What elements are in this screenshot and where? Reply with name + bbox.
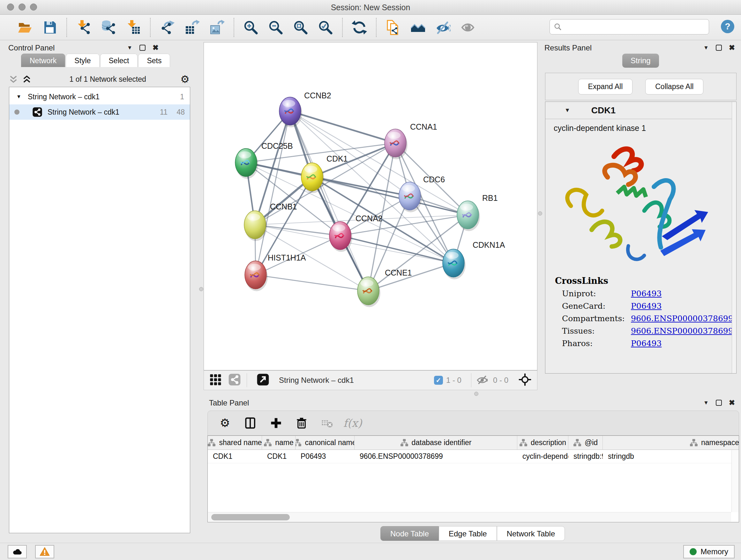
string-import-button[interactable] bbox=[385, 19, 401, 36]
selected-checkbox[interactable]: ✓ bbox=[434, 376, 443, 385]
network-options-gear-icon[interactable]: ⚙ bbox=[180, 73, 190, 85]
network-canvas[interactable]: CCNB2CCNA1CDC25BCDK1CDC6RB1CCNB1CCNA2CDK… bbox=[204, 42, 537, 370]
column-header-namespace[interactable]: namespace bbox=[603, 436, 739, 449]
crosslink-label: Compartments: bbox=[562, 314, 631, 323]
node-label-HIST1H1A: HIST1H1A bbox=[268, 253, 306, 262]
table-panel-float-icon[interactable] bbox=[716, 400, 722, 406]
column-header-shared-name[interactable]: shared name bbox=[208, 436, 262, 449]
crosslink-link[interactable]: 9606.ENSP00000378699 bbox=[631, 326, 733, 335]
memory-button[interactable]: Memory bbox=[683, 545, 735, 558]
birdseye-crosshair-icon[interactable] bbox=[519, 373, 533, 387]
collection-expand-icon[interactable]: ▼ bbox=[16, 94, 23, 100]
tab-edge-table[interactable]: Edge Table bbox=[439, 526, 497, 541]
cloud-icon bbox=[12, 547, 22, 557]
results-panel-float-icon[interactable] bbox=[716, 45, 722, 51]
table-panel-close-icon[interactable]: ✖ bbox=[729, 398, 735, 407]
network-overview-icon[interactable] bbox=[228, 373, 242, 387]
protein-name: CDK1 bbox=[591, 105, 616, 116]
table-header-row: shared namenamecanonical namedatabase id… bbox=[208, 436, 739, 450]
column-header-database-identifier[interactable]: database identifier bbox=[354, 436, 517, 449]
results-panel-menu-icon[interactable]: ▼ bbox=[703, 45, 709, 51]
tab-select[interactable]: Select bbox=[100, 54, 138, 67]
scrollbar-thumb[interactable] bbox=[211, 514, 290, 520]
refresh-button[interactable] bbox=[351, 19, 367, 36]
export-table-file-button[interactable] bbox=[184, 19, 200, 36]
table-row[interactable]: CDK1CDK1P064939606.ENSP00000378699cyclin… bbox=[208, 450, 739, 463]
table-panel-menu-icon[interactable]: ▼ bbox=[703, 400, 709, 406]
table-remove-button[interactable] bbox=[320, 416, 334, 430]
table-add-button[interactable] bbox=[269, 416, 283, 430]
protein-card-header[interactable]: ▼ CDK1 bbox=[545, 102, 736, 119]
edge-HIST1H1A-CCNE1[interactable] bbox=[256, 275, 368, 291]
left-divider-grip[interactable] bbox=[199, 287, 203, 291]
crosslink-link[interactable]: 9606.ENSP00000378699 bbox=[631, 314, 733, 323]
control-panel-close-icon[interactable]: ✖ bbox=[152, 44, 158, 52]
zoom-fit-button[interactable] bbox=[292, 19, 309, 36]
protein-structure-image bbox=[549, 137, 721, 271]
detach-view-icon[interactable] bbox=[257, 373, 271, 387]
results-buttons-box: Expand All Collapse All bbox=[545, 73, 737, 100]
expand-all-button[interactable]: Expand All bbox=[578, 79, 633, 95]
edge-CCNA2-CDKN1A[interactable] bbox=[340, 236, 454, 263]
warnings-button[interactable] bbox=[35, 545, 54, 558]
search-input[interactable] bbox=[562, 22, 705, 31]
show-all-button[interactable] bbox=[460, 19, 476, 36]
cloud-button[interactable] bbox=[8, 545, 27, 558]
results-panel-close-icon[interactable]: ✖ bbox=[729, 44, 735, 52]
import-network-database-button[interactable] bbox=[100, 19, 117, 36]
grid-view-icon[interactable] bbox=[209, 373, 223, 387]
crosslink-row: Compartments:9606.ENSP00000378699 bbox=[562, 314, 736, 323]
expand-all-networks-icon[interactable] bbox=[22, 74, 32, 84]
table-vertical-scrollbar[interactable] bbox=[731, 450, 738, 512]
import-table-file-button[interactable] bbox=[125, 19, 142, 36]
column-header-name[interactable]: name bbox=[262, 436, 295, 449]
crosslink-link[interactable]: P06493 bbox=[631, 289, 662, 298]
control-panel-menu-icon[interactable]: ▼ bbox=[127, 45, 132, 51]
right-divider-grip[interactable] bbox=[538, 211, 542, 215]
first-neighbors-button[interactable] bbox=[410, 19, 426, 36]
tab-string[interactable]: String bbox=[622, 54, 659, 68]
table-delete-button[interactable] bbox=[294, 416, 309, 430]
tab-node-table[interactable]: Node Table bbox=[381, 526, 439, 541]
crosslink-link[interactable]: P06493 bbox=[631, 339, 662, 348]
export-image-file-button[interactable] bbox=[209, 19, 225, 36]
column-header--id[interactable]: @id bbox=[568, 436, 603, 449]
zoom-in-button[interactable] bbox=[243, 19, 259, 36]
table-columns-button[interactable] bbox=[244, 416, 258, 430]
network-view-title: String Network – cdk1 bbox=[279, 376, 434, 385]
export-network-file-button[interactable] bbox=[159, 19, 176, 36]
open-session-button[interactable] bbox=[17, 19, 33, 36]
network-selection-summary: 1 of 1 Network selected bbox=[35, 75, 180, 84]
edge-CCNB2-CCNA1[interactable] bbox=[290, 111, 395, 143]
tab-network[interactable]: Network bbox=[21, 54, 65, 67]
toolbar-separator bbox=[471, 373, 471, 387]
zoom-selected-button[interactable] bbox=[317, 19, 334, 36]
protein-collapse-icon[interactable]: ▼ bbox=[564, 107, 570, 114]
column-header-canonical-name[interactable]: canonical name bbox=[295, 436, 354, 449]
collapse-all-networks-icon[interactable] bbox=[8, 74, 18, 84]
edge-CCNB2-RB1[interactable] bbox=[290, 111, 468, 215]
table-horizontal-scrollbar[interactable] bbox=[208, 512, 731, 522]
network-row[interactable]: String Network – cdk1 11 48 bbox=[9, 105, 190, 120]
save-session-button[interactable] bbox=[42, 19, 58, 36]
table-gear-button[interactable]: ⚙ bbox=[218, 416, 232, 430]
control-panel-float-icon[interactable] bbox=[139, 45, 145, 51]
table-fx-button[interactable]: f(x) bbox=[346, 416, 360, 430]
crosslink-link[interactable]: P06493 bbox=[631, 301, 662, 311]
edge-CCNB1-CCNA2[interactable] bbox=[255, 225, 340, 236]
tab-sets[interactable]: Sets bbox=[138, 54, 170, 67]
zoom-out-button[interactable] bbox=[267, 19, 284, 36]
tab-network-table[interactable]: Network Table bbox=[497, 526, 565, 541]
crosslinks-title: CrossLinks bbox=[555, 276, 736, 286]
import-network-file-button[interactable] bbox=[75, 19, 92, 36]
collapse-all-button[interactable]: Collapse All bbox=[645, 79, 703, 95]
column-header-description[interactable]: description bbox=[517, 436, 568, 449]
node-label-CDK1: CDK1 bbox=[327, 154, 348, 163]
network-collection-row[interactable]: ▼ String Network – cdk1 1 bbox=[9, 89, 190, 105]
tab-style[interactable]: Style bbox=[66, 54, 99, 67]
results-scrollbar[interactable] bbox=[732, 102, 736, 373]
horizontal-divider-grip[interactable] bbox=[474, 392, 478, 396]
hide-selected-button[interactable] bbox=[434, 19, 451, 36]
edge-CCNB2-CCNE1[interactable] bbox=[290, 111, 368, 291]
help-button[interactable]: ? bbox=[719, 18, 736, 35]
